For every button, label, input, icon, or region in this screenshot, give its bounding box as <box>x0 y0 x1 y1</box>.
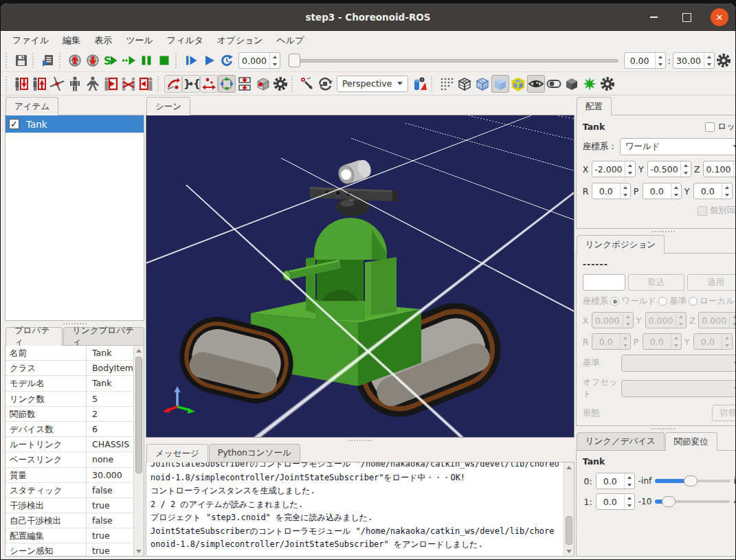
lp-yaw-spinbox[interactable]: 0.0 <box>693 333 733 350</box>
toolbar-handle[interactable] <box>175 53 180 68</box>
menu-item-6[interactable]: ヘルプ <box>271 32 311 49</box>
solid-cube-icon[interactable] <box>491 75 509 93</box>
item-checkbox[interactable]: ✓ <box>9 119 19 129</box>
spin-buttons[interactable] <box>624 473 634 489</box>
lp-r-spinbox[interactable]: 0.0 <box>592 333 631 350</box>
play-step-icon[interactable] <box>182 52 200 69</box>
toolbar-handle[interactable] <box>59 53 64 68</box>
view-rotate-icon[interactable] <box>316 75 334 93</box>
menu-item-2[interactable]: 表示 <box>88 32 118 49</box>
apply-button[interactable]: 適用 <box>687 274 735 291</box>
globe-up-icon[interactable] <box>66 52 84 69</box>
scroll-up-icon[interactable] <box>564 462 574 472</box>
link-name-field[interactable] <box>583 274 625 291</box>
slider-knob[interactable] <box>684 475 698 486</box>
offset-select[interactable] <box>621 380 735 397</box>
camera-collision-icon[interactable] <box>411 75 429 93</box>
tab-link-properties[interactable]: リンクプロパティ <box>63 327 144 345</box>
toolbar-handle[interactable] <box>32 53 37 68</box>
radio-base[interactable] <box>658 297 667 306</box>
body-origin-up-icon[interactable] <box>30 75 48 93</box>
base-select[interactable] <box>621 355 735 372</box>
coord-select[interactable]: ワールド <box>620 138 735 155</box>
r-spinbox[interactable]: 0.0 <box>592 183 631 199</box>
time-range-end-spinbox[interactable]: 30.00 <box>673 52 715 69</box>
splitter-handle[interactable] <box>576 229 735 234</box>
menu-item-4[interactable]: フィルタ <box>161 32 210 49</box>
spin-buttons[interactable] <box>624 494 634 509</box>
splitter-handle[interactable] <box>576 426 735 432</box>
joint-slider[interactable] <box>655 474 730 488</box>
time-slider-knob[interactable] <box>289 54 300 67</box>
toggle-switch-icon[interactable] <box>545 75 563 93</box>
yaw-spinbox[interactable]: 0.0 <box>693 183 733 199</box>
tab-joint-displacement[interactable]: 関節変位 <box>665 432 717 451</box>
individual-rotation-checkbox[interactable] <box>698 206 707 216</box>
axis-origin-icon[interactable] <box>48 75 66 93</box>
scene-config-gear-icon[interactable] <box>271 75 289 93</box>
globe-down-icon[interactable] <box>84 52 102 69</box>
p-spinbox[interactable]: 0.0 <box>643 183 682 199</box>
play-icon[interactable] <box>200 52 218 69</box>
x-spinbox[interactable]: -2.000 <box>592 161 636 177</box>
tab-link-device[interactable]: リンク／デバイス <box>577 432 665 450</box>
toolbar-handle[interactable] <box>5 53 10 68</box>
lp-y-spinbox[interactable]: 0.000 <box>645 312 687 328</box>
message-scrollbar[interactable] <box>564 462 574 556</box>
time-spinbox[interactable]: 0.000 <box>238 52 280 69</box>
item-label[interactable]: Tank <box>26 119 47 130</box>
toolbar-handle[interactable] <box>5 76 10 91</box>
minimize-button[interactable] <box>645 8 662 26</box>
scrollbar-thumb[interactable] <box>566 516 572 545</box>
message-view[interactable]: JointStateSubscriberのコントローラモジュール "/home/… <box>146 462 575 557</box>
joint-bracket-icon[interactable]: }{ <box>182 75 200 93</box>
sim-start-icon[interactable]: S <box>102 52 120 69</box>
toggle-button[interactable]: 切替 <box>712 405 735 421</box>
edit-swap-arrows-icon[interactable] <box>164 75 182 93</box>
joint-value-spinbox[interactable]: 0.0 <box>596 493 635 510</box>
toolbar-handle[interactable] <box>157 76 162 91</box>
lock-checkbox[interactable] <box>705 122 715 132</box>
sim-resume-icon[interactable] <box>120 52 137 69</box>
pose-store-icon[interactable] <box>102 75 120 93</box>
y-spinbox[interactable]: -0.500 <box>647 161 691 177</box>
pose-stand-icon[interactable] <box>66 75 84 93</box>
radio-local[interactable] <box>689 297 698 306</box>
highlight-burst-icon[interactable] <box>581 75 599 93</box>
sim-stop-icon[interactable] <box>155 52 173 69</box>
menu-item-3[interactable]: ツール <box>120 32 159 49</box>
point-cloud-icon[interactable] <box>438 75 456 93</box>
edit-pointer-icon[interactable] <box>298 75 316 93</box>
scroll-down-icon[interactable] <box>564 546 574 556</box>
maximize-button[interactable] <box>678 8 695 26</box>
body-origin-down-icon[interactable] <box>12 75 30 93</box>
time-config-gear-icon[interactable] <box>715 52 733 69</box>
point-move-icon[interactable] <box>200 75 218 93</box>
sim-pause-icon[interactable] <box>137 52 155 69</box>
slider-knob[interactable] <box>662 496 676 507</box>
pose-spread-icon[interactable] <box>84 75 102 93</box>
radio-world[interactable] <box>610 297 619 306</box>
collision-box-icon[interactable] <box>236 75 254 93</box>
save-icon[interactable] <box>12 52 30 69</box>
tab-scene[interactable]: シーン <box>146 97 190 115</box>
scene-viewport[interactable] <box>146 115 575 438</box>
splitter-handle[interactable] <box>146 438 575 443</box>
menu-item-5[interactable]: オプション <box>211 32 269 49</box>
item-row-tank[interactable]: ✓ Tank <box>5 115 144 133</box>
fetch-button[interactable]: 取込 <box>628 274 685 291</box>
scroll-down-icon[interactable] <box>134 546 144 556</box>
time-range-start-spinbox[interactable]: 0.00 <box>624 52 666 69</box>
spin-down-icon[interactable] <box>625 481 634 489</box>
toolbar-handle[interactable] <box>291 76 296 91</box>
tab-placement[interactable]: 配置 <box>577 97 612 115</box>
view-config-gear-icon[interactable] <box>599 75 616 93</box>
time-reset-icon[interactable] <box>218 52 236 69</box>
eye-icon[interactable] <box>527 75 545 93</box>
property-scrollbar[interactable] <box>133 346 144 556</box>
wireframe-cube-icon[interactable] <box>456 75 473 93</box>
tab-link-position[interactable]: リンクポジション <box>577 235 665 254</box>
bounding-cube-icon[interactable] <box>509 75 527 93</box>
camera-projection-select[interactable]: Perspective <box>337 76 408 92</box>
item-tree[interactable]: ✓ Tank <box>5 115 144 321</box>
